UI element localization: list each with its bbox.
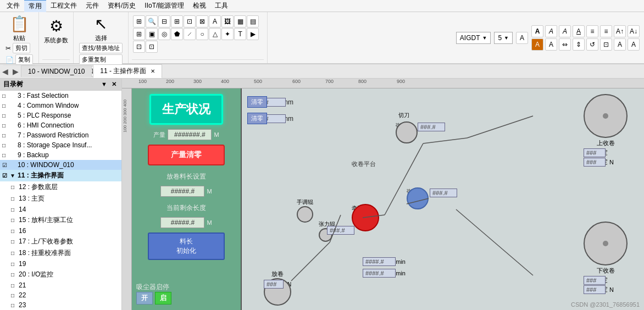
dust-on-button[interactable]: 启 [155,292,171,305]
tool-btn-3[interactable]: ⊟ [158,15,170,27]
sidebar-item-8[interactable]: □ 8 : Storage Space Insuf... [0,140,121,150]
sidebar-item-17[interactable]: □ 17 : 上/下收卷参数 [0,236,121,247]
val-box1[interactable]: ###.# [418,123,445,131]
size-up-button[interactable]: A↑ [614,25,626,37]
sidebar-item-16[interactable]: □ 16 [0,226,121,236]
extra3-button[interactable]: A [628,38,640,51]
sidebar-item-15[interactable]: □ 15 : 放料/主驱工位 [0,214,121,226]
tab-nav-right[interactable]: ▶ [10,67,21,76]
sidebar-item-22[interactable]: □ 22 [0,290,121,300]
multi-copy-button[interactable]: 多重复制 [79,54,123,65]
font-size-dropdown[interactable]: 5 ▼ [494,32,513,44]
tool-btn-14[interactable]: ⬟ [171,28,183,40]
rotate-button[interactable]: ↺ [586,38,598,51]
lower-clear-button[interactable]: 清零 [247,113,267,124]
sidebar-item-23[interactable]: □ 23 [0,300,121,310]
tool-btn-8[interactable]: 🖼 [221,15,234,27]
menu-element[interactable]: 元件 [81,0,103,12]
font-dropdown[interactable]: AIGDT ▼ [456,32,491,44]
tab-close-icon[interactable]: ✕ [151,68,155,74]
tool-btn-5[interactable]: ⊡ [184,15,196,27]
tool-btn-22[interactable]: ⊡ [146,41,158,53]
bold-button[interactable]: A [531,25,543,37]
lower-cone-val[interactable]: ### [584,276,606,285]
dust-off-button[interactable]: 开 [136,292,153,305]
tool-btn-6[interactable]: ⊠ [196,15,208,27]
sidebar-item-20[interactable]: □ 20 : I/O监控 [0,269,121,280]
val-box3[interactable]: ###.# [327,226,354,235]
italic-button2[interactable]: A [559,25,571,37]
tool-btn-11[interactable]: ⊞ [133,28,145,40]
extra2-button[interactable]: A [614,38,626,51]
spacing-button[interactable]: ⇔ [559,38,571,51]
fill2-button[interactable]: A [545,38,557,51]
system-params-button[interactable]: ⚙ 系统参数 [42,14,70,47]
tool-btn-19[interactable]: T [234,28,246,40]
menu-project[interactable]: 工程文件 [46,0,81,12]
sidebar-item-19[interactable]: □ 19 [0,259,121,269]
upper-clear-button[interactable]: 清零 [247,96,267,108]
underline-button[interactable]: A [573,25,585,37]
upper-cone-val[interactable]: ### [584,148,606,157]
high-speed-val[interactable]: ####.# [363,257,396,266]
tool-btn-18[interactable]: ✦ [221,28,234,40]
tool-btn-4[interactable]: ⊞ [171,15,183,27]
tab-window010[interactable]: 10 - WINDOW_010 [21,65,92,77]
tool-btn-16[interactable]: ○ [196,28,208,40]
menu-file[interactable]: 文件 [2,0,24,12]
tab-main-interface[interactable]: 11 - 主操作界面 ✕ [93,64,162,78]
feed-tension-val[interactable]: ### [264,280,284,289]
upper-tension-val[interactable]: ### [584,158,606,167]
sidebar-item-11[interactable]: ☑ ▼ 11 : 主操作界面 [0,170,121,181]
spacing2-button[interactable]: ⇕ [573,38,585,51]
menu-common[interactable]: 常用 [24,0,46,12]
val-box2[interactable]: ###.# [430,189,457,197]
lower-tension-val[interactable]: ### [584,285,606,294]
sidebar-item-13[interactable]: □ 13 : 主页 [0,193,121,204]
tool-btn-13[interactable]: ◎ [158,28,170,40]
menu-inspect[interactable]: 检视 [188,0,210,12]
clear-output-button[interactable]: 产量清零 [148,145,225,165]
tool-btn-12[interactable]: ▣ [146,28,158,40]
tool-btn-9[interactable]: ▦ [234,15,246,27]
menu-tools[interactable]: 工具 [210,0,232,12]
tool-btn-20[interactable]: ▶ [247,28,259,40]
low-speed-val[interactable]: ####.# [363,269,396,278]
sidebar-item-12[interactable]: □ 12 : 参数底层 [0,181,121,193]
tab-nav-left[interactable]: ◀ [0,67,10,76]
cut-button[interactable]: 剪切 [13,43,30,53]
sidebar-item-14[interactable]: □ 14 [0,204,121,214]
select-button[interactable]: ↖ 选择 [87,14,115,43]
menu-data[interactable]: 资料/历史 [103,0,140,12]
fill-button[interactable]: A [531,38,543,51]
menu-iiot[interactable]: IIoT/能源管理 [140,0,188,12]
tool-btn-2[interactable]: 🔍 [146,15,158,27]
tool-btn-17[interactable]: △ [209,28,221,40]
sidebar-item-21[interactable]: □ 21 [0,280,121,290]
extra-button[interactable]: ⊡ [600,38,612,51]
tool-btn-15[interactable]: ⟋ [184,28,196,40]
paste-button[interactable]: 📋 粘贴 [5,14,33,43]
font-color-button[interactable]: A [516,32,528,44]
italic-button[interactable]: A [545,25,557,37]
sidebar-item-9[interactable]: □ 9 : Backup [0,150,121,160]
sidebar-item-6[interactable]: □ 6 : HMI Connection [0,120,121,130]
size-down-button[interactable]: A↓ [628,25,640,37]
align-right-button[interactable]: ≡ [600,25,612,37]
sidebar-expand-btn[interactable]: ▼ [99,81,109,88]
sidebar-item-10[interactable]: ☑ 10 : WINDOW_010 [0,160,121,170]
init-button[interactable]: 料长 初始化 [148,232,225,260]
tool-btn-21[interactable]: ⊡ [133,41,145,53]
tool-btn-1[interactable]: ⊞ [133,15,145,27]
sidebar-item-3[interactable]: □ 3 : Fast Selection [0,91,121,101]
sidebar-item-4[interactable]: □ 4 : Common Window [0,101,121,110]
tool-btn-10[interactable]: ▤ [247,15,259,27]
tool-btn-7[interactable]: A [209,15,221,27]
sidebar-item-7[interactable]: □ 7 : Password Restriction [0,130,121,140]
sidebar-item-18[interactable]: □ 18 : 挂重校准界面 [0,247,121,259]
copy-button[interactable]: 复制 [15,54,33,65]
find-replace-button[interactable]: 查找/替换地址 [79,43,123,53]
align-button[interactable]: ≡ [586,25,598,37]
sidebar-item-5[interactable]: □ 5 : PLC Response [0,110,121,120]
sidebar-close-btn[interactable]: ✕ [110,81,118,88]
